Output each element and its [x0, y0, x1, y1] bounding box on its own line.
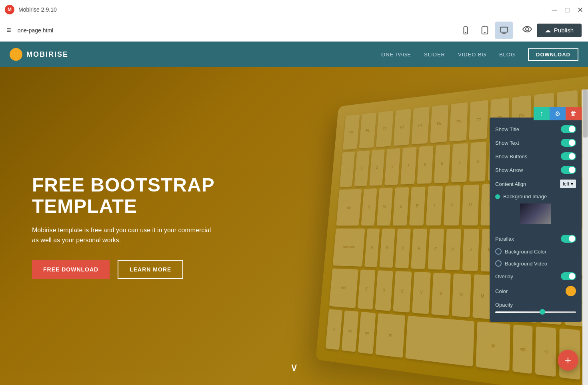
show-text-toggle[interactable] [561, 139, 576, 147]
settings-panel: Show Title Show Text Show Buttons Show A… [490, 118, 582, 322]
app-icon: M [5, 5, 14, 14]
free-download-button[interactable]: FREE DOWNLOAD [32, 260, 110, 279]
bg-image-preview [520, 203, 551, 224]
scrollbar-thumb[interactable] [583, 90, 588, 138]
svg-point-1 [465, 32, 466, 33]
section-toolbar: ↕ ⚙ 🗑 [534, 107, 582, 120]
background-video-radio[interactable] [495, 260, 502, 267]
window-controls: ─ □ ✕ [551, 6, 583, 13]
content-align-row: Content Align left ▾ [490, 177, 582, 191]
section-move-button[interactable]: ↕ [534, 107, 550, 120]
preview-button[interactable] [522, 24, 532, 36]
gear-icon: ⚙ [555, 110, 560, 118]
nav-links: ONE PAGE SLIDER VIDEO BG BLOG DOWNLOAD [381, 48, 578, 61]
site-navbar: MOBIRISE ONE PAGE SLIDER VIDEO BG BLOG D… [0, 42, 588, 67]
bg-image-dot [495, 194, 500, 199]
device-switcher [457, 22, 513, 39]
show-buttons-row: Show Buttons [490, 150, 582, 163]
minimize-button[interactable]: ─ [551, 6, 558, 13]
show-title-label: Show Title [495, 126, 558, 132]
nav-link-blog[interactable]: BLOG [499, 52, 515, 58]
filename-label: one-page.html [18, 27, 54, 34]
show-title-toggle[interactable] [561, 125, 576, 133]
toolbar: ≡ one-page.html ☁ Publish [0, 19, 588, 42]
opacity-slider-thumb[interactable] [540, 309, 545, 315]
opacity-slider-container [490, 311, 582, 317]
background-video-row: Background Video [490, 257, 582, 269]
content-align-select[interactable]: left ▾ [560, 180, 576, 188]
opacity-row: Opacity [490, 299, 582, 311]
svg-point-3 [484, 32, 485, 33]
show-buttons-toggle[interactable] [561, 152, 576, 160]
chevron-down-icon: ▾ [571, 181, 573, 187]
color-row: Color [490, 283, 582, 299]
parallax-row: Parallax [490, 232, 582, 245]
color-swatch[interactable] [566, 286, 576, 296]
color-label: Color [495, 288, 562, 294]
parallax-toggle[interactable] [561, 235, 576, 243]
nav-link-video-bg[interactable]: VIDEO BG [458, 52, 486, 58]
title-bar: M Mobirise 2.9.10 ─ □ ✕ [0, 0, 588, 19]
background-video-label: Background Video [505, 261, 576, 267]
divider-1 [490, 230, 582, 230]
logo-circle [10, 48, 22, 61]
nav-download-button[interactable]: DOWNLOAD [528, 48, 578, 61]
show-arrow-toggle[interactable] [561, 166, 576, 174]
background-color-radio[interactable] [495, 248, 502, 255]
opacity-label: Opacity [495, 302, 576, 308]
svg-point-6 [526, 28, 529, 31]
mobile-view-button[interactable] [457, 22, 474, 39]
content-align-label: Content Align [495, 181, 557, 187]
background-color-row: Background Color [490, 245, 582, 257]
bg-image-label: Background Image [503, 193, 576, 199]
hero-content: FREE BOOTSTRAP TEMPLATE Mobirise templat… [0, 175, 248, 279]
section-settings-button[interactable]: ⚙ [550, 107, 566, 120]
learn-more-button[interactable]: LEARN MORE [118, 260, 183, 279]
desktop-view-button[interactable] [495, 22, 513, 39]
toolbar-right: ☁ Publish [522, 24, 582, 37]
overlay-label: Overlay [495, 273, 558, 279]
bg-image-thumbnail[interactable] [520, 203, 551, 224]
bg-image-thumbnail-container[interactable] [490, 202, 582, 228]
show-arrow-row: Show Arrow [490, 163, 582, 177]
site-logo: MOBIRISE [10, 48, 68, 61]
scroll-arrow[interactable]: ∨ [290, 361, 298, 374]
section-delete-button[interactable]: 🗑 [566, 107, 582, 120]
publish-button[interactable]: ☁ Publish [537, 24, 582, 37]
overlay-toggle[interactable] [561, 272, 576, 280]
hero-subtitle: Mobirise template is free and you can us… [32, 225, 216, 245]
add-section-fab[interactable]: + [558, 350, 578, 371]
site-logo-text: MOBIRISE [26, 50, 68, 59]
background-color-label: Background Color [505, 249, 576, 255]
svg-rect-4 [500, 27, 508, 32]
hero-buttons: FREE DOWNLOAD LEARN MORE [32, 260, 216, 279]
overlay-row: Overlay [490, 269, 582, 283]
cloud-upload-icon: ☁ [545, 27, 551, 34]
opacity-slider-track [495, 311, 576, 313]
show-arrow-label: Show Arrow [495, 167, 558, 173]
show-buttons-label: Show Buttons [495, 154, 558, 160]
parallax-label: Parallax [495, 236, 558, 242]
nav-link-slider[interactable]: SLIDER [424, 52, 445, 58]
background-image-row: Background Image [490, 191, 582, 202]
show-text-row: Show Text [490, 136, 582, 150]
maximize-button[interactable]: □ [564, 6, 570, 13]
app-name: Mobirise 2.9.10 [18, 6, 57, 13]
plus-icon: + [565, 354, 571, 367]
tablet-view-button[interactable] [476, 22, 494, 39]
menu-icon[interactable]: ≡ [6, 26, 11, 35]
move-icon: ↕ [540, 110, 543, 117]
nav-link-one-page[interactable]: ONE PAGE [381, 52, 411, 58]
close-button[interactable]: ✕ [577, 6, 583, 13]
trash-icon: 🗑 [570, 110, 577, 117]
hero-title: FREE BOOTSTRAP TEMPLATE [32, 175, 216, 217]
scrollbar-track [582, 90, 588, 385]
show-title-row: Show Title [490, 122, 582, 136]
show-text-label: Show Text [495, 140, 558, 146]
